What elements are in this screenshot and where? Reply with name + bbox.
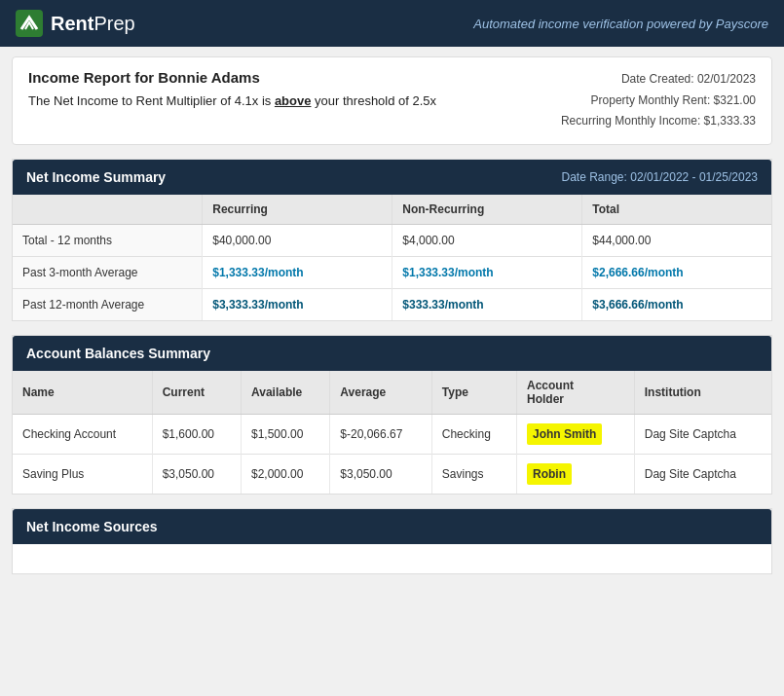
- net-income-date-range: Date Range: 02/01/2022 - 01/25/2023: [561, 170, 758, 184]
- row-nonrecurring-12mo: $333.33/month: [392, 288, 582, 320]
- date-created-label: Date Created:: [621, 72, 694, 86]
- account-average-saving: $3,050.00: [330, 454, 431, 494]
- rentprep-logo-icon: [16, 10, 43, 37]
- row-nonrecurring-3mo: $1,333.33/month: [392, 256, 582, 288]
- net-income-table: Recurring Non-Recurring Total Total - 12…: [13, 195, 771, 320]
- account-balances-title: Account Balances Summary: [26, 346, 210, 361]
- net-income-summary-section: Net Income Summary Date Range: 02/01/202…: [12, 159, 772, 321]
- account-name-checking: Checking Account: [13, 414, 152, 454]
- report-card: Income Report for Bonnie Adams The Net I…: [12, 56, 772, 145]
- account-available-saving: $2,000.00: [241, 454, 329, 494]
- report-left: Income Report for Bonnie Adams The Net I…: [28, 69, 436, 132]
- table-row: Past 12-month Average $3,333.33/month $3…: [13, 288, 771, 320]
- col-header-empty: [13, 195, 203, 225]
- col-header-recurring: Recurring: [203, 195, 392, 225]
- row-recurring-12mo: $3,333.33/month: [203, 288, 392, 320]
- recurring-income-label: Recurring Monthly Income:: [561, 114, 700, 128]
- account-name-saving: Saving Plus: [13, 454, 152, 494]
- account-current-saving: $3,050.00: [152, 454, 241, 494]
- col-header-available: Available: [241, 371, 329, 415]
- subtitle-end: your threshold of 2.5x: [311, 93, 436, 108]
- report-title: Income Report for Bonnie Adams: [28, 69, 436, 86]
- account-institution-saving: Dag Site Captcha: [634, 454, 771, 494]
- net-income-sources-body: [13, 544, 771, 573]
- table-row: Past 3-month Average $1,333.33/month $1,…: [13, 256, 771, 288]
- account-average-checking: $-20,066.67: [330, 414, 431, 454]
- account-institution-checking: Dag Site Captcha: [634, 414, 771, 454]
- row-nonrecurring-total: $4,000.00: [392, 224, 582, 256]
- account-balances-table: Name Current Available Average Type Acco…: [13, 371, 771, 494]
- report-subtitle: The Net Income to Rent Multiplier of 4.1…: [28, 93, 436, 108]
- main-content: Income Report for Bonnie Adams The Net I…: [0, 47, 784, 584]
- net-income-sources-header: Net Income Sources: [13, 509, 771, 544]
- col-header-type: Type: [431, 371, 516, 415]
- property-rent: Property Monthly Rent: $321.00: [561, 91, 756, 112]
- row-label-3mo: Past 3-month Average: [13, 256, 203, 288]
- col-header-average: Average: [330, 371, 431, 415]
- net-income-title: Net Income Summary: [26, 169, 166, 185]
- account-available-checking: $1,500.00: [241, 414, 329, 454]
- col-header-current: Current: [152, 371, 241, 415]
- date-created-value: 02/01/2023: [697, 72, 756, 86]
- table-row: Saving Plus $3,050.00 $2,000.00 $3,050.0…: [13, 454, 771, 494]
- row-total-3mo: $2,666.66/month: [582, 256, 771, 288]
- recurring-income: Recurring Monthly Income: $1,333.33: [561, 111, 756, 132]
- account-holder-highlight2: Robin: [527, 463, 572, 485]
- col-header-total: Total: [582, 195, 771, 225]
- account-balances-section: Account Balances Summary Name Current Av…: [12, 335, 772, 495]
- net-income-sources-title: Net Income Sources: [26, 519, 158, 534]
- table-row: Checking Account $1,600.00 $1,500.00 $-2…: [13, 414, 771, 454]
- property-rent-value: $321.00: [714, 93, 756, 107]
- account-type-checking: Checking: [431, 414, 516, 454]
- account-holder-highlight: John Smith: [527, 423, 602, 445]
- property-rent-label: Property Monthly Rent:: [591, 93, 711, 107]
- row-recurring-3mo: $1,333.33/month: [203, 256, 392, 288]
- table-row: Total - 12 months $40,000.00 $4,000.00 $…: [13, 224, 771, 256]
- account-holder-checking: John Smith: [517, 414, 635, 454]
- account-current-checking: $1,600.00: [152, 414, 241, 454]
- col-header-name: Name: [13, 371, 152, 415]
- report-right: Date Created: 02/01/2023 Property Monthl…: [561, 69, 756, 132]
- header-tagline: Automated income verification powered by…: [473, 17, 768, 31]
- row-total-total: $44,000.00: [582, 224, 771, 256]
- col-header-institution: Institution: [634, 371, 771, 415]
- logo-area: RentPrep: [16, 10, 135, 37]
- logo-text: RentPrep: [51, 13, 135, 35]
- recurring-income-value: $1,333.33: [704, 114, 756, 128]
- col-header-non-recurring: Non-Recurring: [392, 195, 582, 225]
- account-balances-header: Account Balances Summary: [13, 336, 771, 371]
- col-header-account-holder: AccountHolder: [517, 371, 635, 415]
- account-holder-saving: Robin: [517, 454, 635, 494]
- account-type-saving: Savings: [431, 454, 516, 494]
- row-total-12mo: $3,666.66/month: [582, 288, 771, 320]
- row-label-12mo: Past 12-month Average: [13, 288, 203, 320]
- subtitle-start: The Net Income to Rent Multiplier of 4.1…: [28, 93, 275, 108]
- app-header: RentPrep Automated income verification p…: [0, 0, 784, 47]
- net-income-header: Net Income Summary Date Range: 02/01/202…: [13, 160, 771, 195]
- net-income-sources-section: Net Income Sources: [12, 508, 772, 574]
- row-label-total: Total - 12 months: [13, 224, 203, 256]
- row-recurring-total: $40,000.00: [203, 224, 392, 256]
- date-created: Date Created: 02/01/2023: [561, 69, 756, 91]
- above-text: above: [275, 93, 312, 108]
